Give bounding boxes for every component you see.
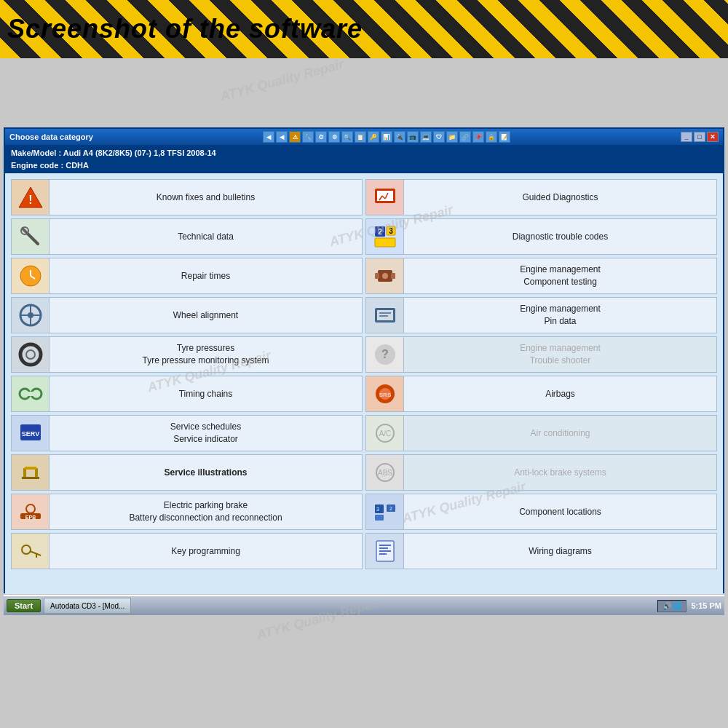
- tb-icon-11[interactable]: 📺: [407, 131, 419, 143]
- item-label-known-fixes: Known fixes and bulletins: [50, 191, 362, 204]
- tb-icon-5[interactable]: ⚙: [328, 131, 340, 143]
- item-label-key-programming: Key programming: [50, 545, 362, 558]
- menu-item-guided-diagnostics[interactable]: Guided Diagnostics: [365, 179, 717, 215]
- item-icon-service-illustrations: [12, 455, 50, 490]
- svg-rect-18: [25, 392, 36, 396]
- tb-icon-18[interactable]: 📝: [499, 131, 510, 143]
- minimize-button[interactable]: _: [681, 132, 692, 142]
- menu-item-airbags[interactable]: SRSAirbags: [365, 376, 717, 412]
- close-button[interactable]: ✕: [707, 132, 719, 142]
- tb-icon-12[interactable]: 💻: [420, 131, 432, 143]
- item-icon-airbags: SRS: [366, 376, 404, 411]
- app-window: Choose data category ◀ ◀ ⚠ 🔧 ⏱ ⚙ 🔍 📋 🔑 📊…: [4, 127, 724, 593]
- menu-item-component-locations[interactable]: 32Component locations: [365, 494, 717, 530]
- title-bar-left: Choose data category: [9, 132, 93, 141]
- svg-point-28: [22, 545, 31, 554]
- svg-point-14: [20, 344, 41, 365]
- engine-code-line: Engine code : CDHA: [11, 159, 717, 172]
- svg-rect-44: [391, 273, 395, 279]
- info-bar: Make/Model : Audi A4 (8K2/8K5) (07-) 1,8…: [5, 145, 723, 173]
- tb-icon-3[interactable]: 🔧: [302, 131, 314, 143]
- menu-item-dtc[interactable]: 23⚡Diagnostic trouble codes: [365, 218, 717, 255]
- tb-icon-8[interactable]: 🔑: [368, 131, 379, 143]
- tb-icon-1[interactable]: ◀: [263, 131, 274, 143]
- svg-line-3: [28, 234, 38, 244]
- menu-item-wheel-alignment[interactable]: Wheel alignment: [11, 297, 363, 333]
- menu-item-engine-ts: ?Engine managementTrouble shooter: [365, 336, 717, 373]
- tb-icon-15[interactable]: 🔗: [459, 131, 471, 143]
- menu-item-engine-component[interactable]: Engine managementComponent testing: [365, 258, 717, 294]
- item-label-guided-diagnostics: Guided Diagnostics: [404, 191, 716, 204]
- item-icon-tyre-pressures: [12, 337, 50, 372]
- menu-item-timing-chains[interactable]: Timing chains: [11, 376, 363, 412]
- taskbar-app-label: Autodata CD3 - [Mod...: [50, 602, 124, 610]
- tb-icon-2[interactable]: ◀: [276, 131, 288, 143]
- svg-line-29: [30, 551, 41, 555]
- item-icon-technical-data: [12, 219, 50, 254]
- tb-icon-13[interactable]: 🛡: [433, 131, 445, 143]
- menu-item-electric-parking[interactable]: EPBElectric parking brakeBattery disconn…: [11, 494, 363, 530]
- item-icon-service-schedules: SERV: [12, 416, 50, 451]
- svg-text:EPB: EPB: [25, 515, 35, 520]
- menu-item-wiring-diagrams[interactable]: Wiring diagrams: [365, 533, 717, 569]
- svg-text:⚡: ⚡: [381, 240, 389, 247]
- taskbar-right: 🔊 🌐 5:15 PM: [657, 600, 721, 612]
- tb-icon-4[interactable]: ⏱: [315, 131, 327, 143]
- item-icon-known-fixes: !: [12, 180, 50, 215]
- item-icon-electric-parking: EPB: [12, 494, 50, 529]
- tb-icon-14[interactable]: 📁: [446, 131, 458, 143]
- make-model-value: : Audi A4 (8K2/8K5) (07-) 1,8 TFSI 2008-…: [58, 149, 215, 157]
- engine-code-value: : CDHA: [60, 161, 89, 170]
- item-icon-wheel-alignment: [12, 298, 50, 333]
- sys-tray: 🔊 🌐: [657, 600, 687, 612]
- item-icon-engine-component: [366, 258, 404, 293]
- svg-point-45: [382, 273, 388, 279]
- item-label-electric-parking: Electric parking brakeBattery disconnect…: [50, 499, 362, 524]
- header-title: Screenshot of the software: [7, 14, 363, 44]
- svg-text:?: ?: [381, 348, 389, 360]
- menu-item-service-schedules[interactable]: SERVService schedulesService indicator: [11, 415, 363, 451]
- menu-item-repair-times[interactable]: Repair times: [11, 258, 363, 294]
- window-title: Choose data category: [9, 132, 93, 141]
- svg-text:2: 2: [378, 228, 382, 236]
- clock: 5:15 PM: [691, 601, 721, 610]
- svg-rect-47: [377, 310, 393, 320]
- title-bar-icons: ◀ ◀ ⚠ 🔧 ⏱ ⚙ 🔍 📋 🔑 📊 🔌 📺 💻 🛡 📁 🔗 📌 🔒 📝: [263, 131, 510, 143]
- item-label-tyre-pressures: Tyre pressuresTyre pressure monitoring s…: [50, 342, 362, 367]
- item-label-air-conditioning: Air conditioning: [404, 427, 716, 440]
- tb-icon-9[interactable]: 📊: [381, 131, 392, 143]
- item-label-technical-data: Technical data: [50, 231, 362, 243]
- item-icon-air-conditioning: A/C: [366, 416, 404, 451]
- start-button[interactable]: Start: [7, 599, 41, 612]
- svg-point-15: [26, 350, 35, 359]
- title-bar: Choose data category ◀ ◀ ⚠ 🔧 ⏱ ⚙ 🔍 📋 🔑 📊…: [5, 129, 723, 145]
- menu-item-tyre-pressures[interactable]: Tyre pressuresTyre pressure monitoring s…: [11, 336, 363, 373]
- tb-icon-17[interactable]: 🔒: [486, 131, 497, 143]
- menu-item-known-fixes[interactable]: !Known fixes and bulletins: [11, 179, 363, 215]
- item-label-dtc: Diagnostic trouble codes: [404, 231, 716, 243]
- tb-icon-6[interactable]: 🔍: [341, 131, 353, 143]
- menu-item-air-conditioning: A/CAir conditioning: [365, 415, 717, 451]
- menu-item-technical-data[interactable]: Technical data: [11, 218, 363, 255]
- item-icon-engine-pin: [366, 298, 404, 333]
- taskbar-app-button[interactable]: Autodata CD3 - [Mod...: [44, 598, 131, 614]
- item-label-engine-component: Engine managementComponent testing: [404, 264, 716, 288]
- menu-item-engine-pin[interactable]: Engine managementPin data: [365, 297, 717, 333]
- taskbar: Start Autodata CD3 - [Mod... 🔊 🌐 5:15 PM: [4, 595, 724, 615]
- make-model-label: Make/Model: [11, 149, 56, 157]
- svg-text:!: !: [28, 194, 32, 206]
- tb-icon-7[interactable]: 📋: [355, 131, 366, 143]
- menu-item-service-illustrations[interactable]: Service illustrations: [11, 454, 363, 491]
- item-icon-wiring-diagrams: [366, 534, 404, 569]
- item-label-abs: Anti-lock brake systems: [404, 467, 716, 479]
- maximize-button[interactable]: □: [694, 132, 705, 142]
- menu-item-key-programming[interactable]: Key programming: [11, 533, 363, 569]
- title-bar-controls: _ □ ✕: [681, 132, 719, 142]
- tb-icon-16[interactable]: 📌: [472, 131, 484, 143]
- tb-icon-warn[interactable]: ⚠: [289, 131, 301, 143]
- item-label-wiring-diagrams: Wiring diagrams: [404, 545, 716, 558]
- item-icon-dtc: 23⚡: [366, 219, 404, 254]
- tb-icon-10[interactable]: 🔌: [394, 131, 405, 143]
- item-label-engine-pin: Engine managementPin data: [404, 303, 716, 328]
- item-label-engine-ts: Engine managementTrouble shooter: [404, 342, 716, 367]
